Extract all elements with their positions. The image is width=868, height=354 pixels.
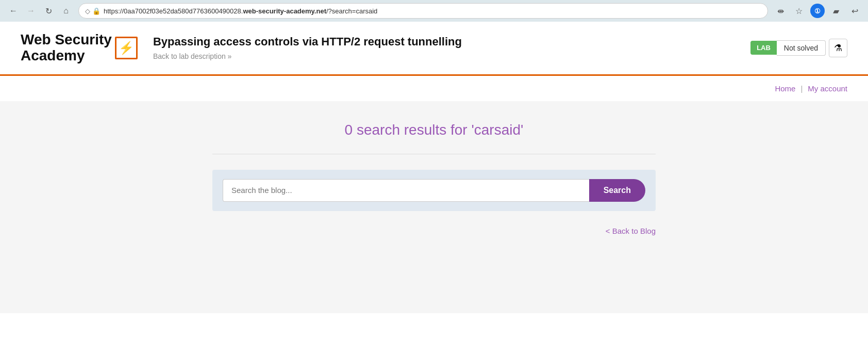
logo-icon-box: ⚡ (115, 37, 138, 59)
lock-icon: 🔒 (92, 7, 101, 15)
back-button[interactable]: ← (6, 4, 21, 18)
flask-button[interactable]: ⚗ (829, 39, 847, 57)
lab-status-text: Not solved (777, 40, 826, 56)
notification-icon[interactable]: ① (810, 4, 825, 18)
bolt-icon: ⚡ (119, 41, 134, 55)
url-prefix: https://0aa7002f03e52da580d7763600490028… (104, 7, 243, 15)
lab-badge: LAB (750, 41, 777, 55)
shield-icon: ◇ (85, 7, 90, 15)
search-box-container: Search (212, 170, 656, 211)
url-text: https://0aa7002f03e52da580d7763600490028… (104, 7, 761, 15)
back-to-lab-link[interactable]: Back to lab description » (153, 52, 232, 60)
header-lab-info: Bypassing access controls via HTTP/2 req… (153, 35, 735, 61)
site-header: Web Security Academy ⚡ Bypassing access … (0, 22, 868, 74)
main-content: Home | My account 0 search results for '… (0, 76, 868, 313)
back-to-blog-link[interactable]: < Back to Blog (212, 227, 656, 235)
url-domain: web-security-academy.net (243, 7, 326, 15)
lab-title: Bypassing access controls via HTTP/2 req… (153, 35, 735, 49)
site-nav: Home | My account (0, 76, 868, 101)
forward-button[interactable]: → (24, 4, 38, 18)
logo-line2: Academy (21, 47, 85, 63)
search-divider (212, 154, 656, 154)
lab-status-area: LAB Not solved ⚗ (750, 39, 847, 57)
search-results-heading: 0 search results for 'carsaid' (212, 122, 656, 138)
browser-chrome: ← → ↻ ⌂ ◇ 🔒 https://0aa7002f03e52da580d7… (0, 0, 868, 22)
home-link[interactable]: Home (775, 84, 795, 93)
content-wrapper: 0 search results for 'carsaid' Search < … (202, 101, 666, 266)
my-account-link[interactable]: My account (808, 84, 847, 93)
bookmark-icon[interactable]: ☆ (792, 4, 806, 18)
browser-right-icons: ⇼ ☆ ① ▰ ↩ (773, 4, 862, 18)
home-button[interactable]: ⌂ (59, 4, 73, 18)
qr-icon[interactable]: ⇼ (773, 4, 788, 18)
nav-divider: | (800, 84, 803, 93)
search-button[interactable]: Search (589, 179, 645, 202)
url-suffix: /?search=carsaid (326, 7, 377, 15)
nav-buttons: ← → ↻ ⌂ (6, 4, 73, 18)
reload-button[interactable]: ↻ (41, 4, 56, 18)
address-icons: ◇ 🔒 (85, 7, 101, 15)
search-input[interactable] (223, 179, 589, 202)
history-back-icon[interactable]: ↩ (847, 4, 862, 18)
logo-line1: Web Security (21, 31, 112, 47)
logo-text: Web Security Academy (21, 32, 112, 64)
logo-area: Web Security Academy ⚡ (21, 32, 138, 64)
extensions-icon[interactable]: ▰ (829, 4, 843, 18)
address-bar[interactable]: ◇ 🔒 https://0aa7002f03e52da580d776360049… (78, 3, 768, 19)
